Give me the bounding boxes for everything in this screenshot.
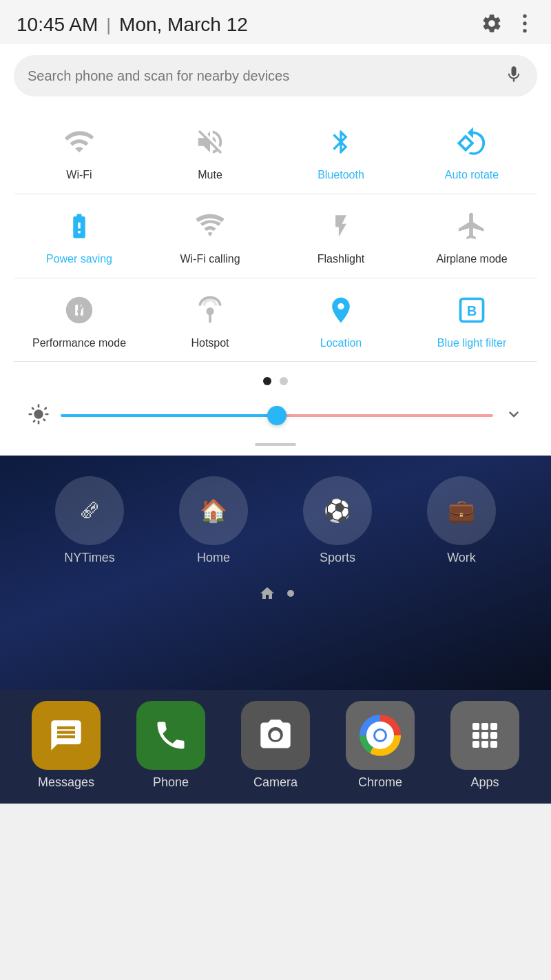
toggle-powersaving[interactable]: Power saving xyxy=(14,194,145,278)
wificalling-icon xyxy=(192,208,228,244)
dock-apps[interactable]: Apps xyxy=(450,701,519,790)
folder-nytimes-icon: 🗞 xyxy=(55,476,124,545)
svg-rect-17 xyxy=(490,732,497,739)
mute-icon xyxy=(192,124,228,160)
wificalling-label: Wi-Fi calling xyxy=(180,252,240,267)
apps-label: Apps xyxy=(470,775,499,790)
folder-home[interactable]: 🏠 Home xyxy=(179,476,248,565)
autorotate-icon xyxy=(454,124,490,160)
handle-bar-inner xyxy=(255,443,296,446)
bluetooth-label: Bluetooth xyxy=(318,168,364,183)
homescreen: 🗞 NYTimes 🏠 Home ⚽ Sports 💼 Work xyxy=(0,456,551,690)
toggle-autorotate[interactable]: Auto rotate xyxy=(406,110,537,194)
home-button-icon[interactable] xyxy=(257,583,278,604)
bluetooth-icon xyxy=(323,124,359,160)
toggle-wifi[interactable]: Wi-Fi xyxy=(14,110,145,194)
svg-point-1 xyxy=(523,21,526,25)
dock-chrome[interactable]: Chrome xyxy=(346,701,415,790)
powersaving-icon xyxy=(61,208,97,244)
apps-icon xyxy=(450,701,519,770)
page-dot-1[interactable] xyxy=(263,377,271,385)
bluelightfilter-label: Blue light filter xyxy=(437,336,507,351)
toggle-location[interactable]: Location xyxy=(276,278,406,363)
flashlight-label: Flashlight xyxy=(318,252,364,267)
folder-sports[interactable]: ⚽ Sports xyxy=(303,476,372,565)
home-page-dot xyxy=(287,590,294,597)
brightness-row xyxy=(14,396,537,439)
toggle-wificalling[interactable]: Wi-Fi calling xyxy=(145,194,276,278)
toggle-bluetooth[interactable]: Bluetooth xyxy=(276,110,406,194)
toggle-performance[interactable]: Performance mode xyxy=(14,278,145,363)
folder-work-icon: 💼 xyxy=(427,476,496,545)
location-label: Location xyxy=(320,336,362,351)
status-time: 10:45 AM xyxy=(17,14,98,36)
folder-nytimes[interactable]: 🗞 NYTimes xyxy=(55,476,124,565)
toggle-airplane[interactable]: Airplane mode xyxy=(406,194,537,278)
phone-label: Phone xyxy=(153,775,189,790)
performance-icon xyxy=(61,292,97,328)
dock: Messages Phone Camera xyxy=(0,690,551,804)
home-indicator-row xyxy=(7,572,544,611)
brightness-icon xyxy=(28,403,50,428)
airplane-icon xyxy=(454,208,490,244)
page-dot-2[interactable] xyxy=(280,377,288,385)
svg-point-4 xyxy=(77,309,81,314)
toggle-hotspot[interactable]: Hotspot xyxy=(145,278,276,363)
camera-icon xyxy=(241,701,310,770)
svg-rect-16 xyxy=(481,732,488,739)
performance-label: Performance mode xyxy=(32,336,126,351)
hotspot-label: Hotspot xyxy=(191,336,229,351)
svg-text:B: B xyxy=(467,303,477,318)
wifi-icon xyxy=(61,124,97,160)
airplane-label: Airplane mode xyxy=(436,252,507,267)
hotspot-icon xyxy=(192,292,228,328)
bluelightfilter-icon: B xyxy=(454,292,490,328)
folder-nytimes-label: NYTimes xyxy=(64,551,114,565)
brightness-expand-icon[interactable] xyxy=(504,405,523,427)
svg-rect-20 xyxy=(490,741,497,748)
toggles-grid: Wi-Fi Mute Bluetooth xyxy=(14,110,537,362)
powersaving-label: Power saving xyxy=(46,252,112,267)
folder-work[interactable]: 💼 Work xyxy=(427,476,496,565)
flashlight-icon xyxy=(323,208,359,244)
svg-point-2 xyxy=(523,29,526,32)
toggle-mute[interactable]: Mute xyxy=(145,110,276,194)
chrome-icon xyxy=(346,701,415,770)
search-bar[interactable] xyxy=(14,55,537,96)
folder-sports-label: Sports xyxy=(320,551,355,565)
dock-phone[interactable]: Phone xyxy=(136,701,205,790)
svg-rect-13 xyxy=(481,723,488,730)
messages-label: Messages xyxy=(38,775,94,790)
svg-point-11 xyxy=(375,731,385,740)
page-dots xyxy=(14,362,537,396)
svg-rect-12 xyxy=(472,723,479,730)
chrome-label: Chrome xyxy=(358,775,402,790)
location-icon xyxy=(323,292,359,328)
mic-icon[interactable] xyxy=(504,65,523,87)
camera-label: Camera xyxy=(253,775,298,790)
overflow-menu-icon[interactable] xyxy=(515,12,534,37)
svg-rect-18 xyxy=(472,741,479,748)
folder-sports-icon: ⚽ xyxy=(303,476,372,545)
mute-label: Mute xyxy=(198,168,222,183)
svg-rect-15 xyxy=(472,732,479,739)
dock-camera[interactable]: Camera xyxy=(241,701,310,790)
svg-point-0 xyxy=(523,14,526,18)
brightness-slider[interactable] xyxy=(61,414,493,417)
handle-bar xyxy=(14,439,537,456)
status-bar: 10:45 AM | Mon, March 12 xyxy=(0,0,551,44)
status-date: Mon, March 12 xyxy=(119,14,248,36)
brightness-thumb[interactable] xyxy=(267,406,287,425)
folder-home-icon: 🏠 xyxy=(179,476,248,545)
settings-icon[interactable] xyxy=(481,12,503,37)
autorotate-label: Auto rotate xyxy=(445,168,499,183)
search-input[interactable] xyxy=(28,68,504,84)
toggle-flashlight[interactable]: Flashlight xyxy=(276,194,406,278)
toggle-bluelightfilter[interactable]: B Blue light filter xyxy=(406,278,537,363)
dock-messages[interactable]: Messages xyxy=(32,701,101,790)
svg-rect-14 xyxy=(490,723,497,730)
wifi-label: Wi-Fi xyxy=(66,168,92,183)
status-icons xyxy=(481,12,534,37)
app-folder-row: 🗞 NYTimes 🏠 Home ⚽ Sports 💼 Work xyxy=(7,469,544,572)
status-separator: | xyxy=(106,14,111,36)
